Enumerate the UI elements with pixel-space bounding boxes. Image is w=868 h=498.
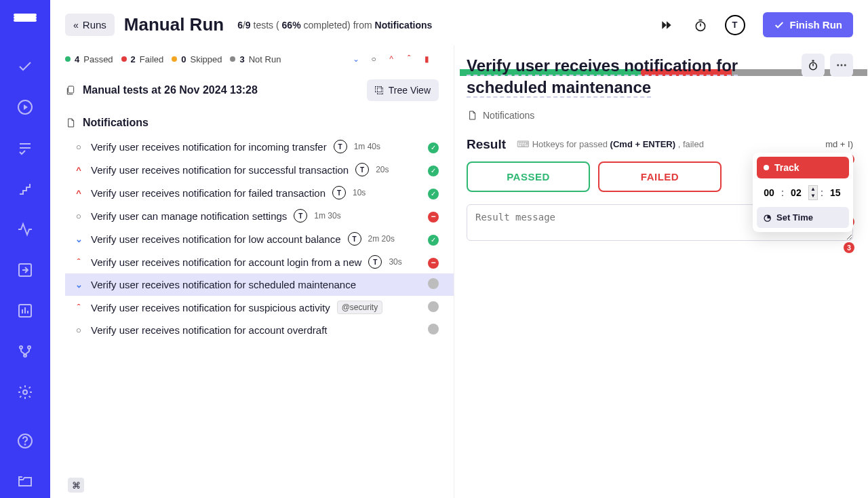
stats-row: 4 Passed 2 Failed 0 Skipped 3 Not Run ⌄ … [65,45,454,74]
detail-actions [802,54,853,77]
test-status-icon [428,140,439,153]
svg-point-22 [837,64,839,66]
brand-outline-icon[interactable]: T [725,15,745,35]
test-row[interactable]: ˆVerify user receives notification for s… [65,296,454,319]
svg-marker-16 [667,21,671,29]
session-name: Manual tests at 26 Nov 2024 13:28 [83,84,258,96]
assignee-icon: T [334,140,347,153]
command-key-hint[interactable]: ⌘ [68,478,84,493]
nav-import-icon[interactable] [16,262,34,278]
test-duration: 2m 20s [368,234,395,244]
assignee-icon: T [348,232,361,246]
page-title: Manual Run [124,14,224,35]
more-menu-button[interactable] [830,54,853,77]
content: 4 Passed 2 Failed 0 Skipped 3 Not Run ⌄ … [50,45,868,498]
timer-icon[interactable] [691,16,710,35]
chevron-left-double-icon: « [73,20,79,31]
svg-point-14 [25,444,26,445]
hotkeys-tail: md + I) [825,139,853,149]
test-row[interactable]: ○Verify user receives notification for a… [65,319,454,341]
assignee-icon: T [294,209,307,223]
filter-down-icon[interactable]: ⌄ [351,54,361,64]
priority-icon: ○ [73,211,84,221]
stopwatch-button[interactable] [802,54,825,77]
svg-marker-1 [24,104,28,110]
filter-bookmark-icon[interactable]: ▮ [421,54,432,64]
sidebar-nav: T [0,0,50,498]
nav-folders-icon[interactable] [16,474,34,490]
svg-marker-15 [662,21,667,29]
test-title: Verify user receives notification for fa… [91,187,326,199]
record-icon [764,165,769,170]
assignee-icon: T [368,255,382,269]
test-row[interactable]: ⌄Verify user receives notification for l… [65,227,454,250]
document-icon [467,109,477,122]
set-time-button[interactable]: ◔ Set Time [757,207,849,228]
test-title: Verify user receives notification for sc… [91,279,356,290]
nav-help-icon[interactable] [16,433,34,449]
step-badge-3: 3 [844,242,854,253]
track-button[interactable]: Track [757,157,849,178]
group-header[interactable]: Notifications [65,109,454,135]
finish-run-button[interactable]: Finish Run [763,12,854,37]
test-title: Verify user receives notification for in… [91,141,327,153]
test-row[interactable]: ˆVerify user receives notification for a… [65,250,454,273]
breadcrumb[interactable]: Notifications [467,109,853,122]
nav-activity-icon[interactable] [16,221,34,237]
test-status-icon [428,256,439,269]
test-title: Verify user receives notification for ac… [91,256,361,268]
test-title: Verify user can manage notification sett… [91,210,287,222]
nav-checklist-icon[interactable] [16,140,34,156]
copy-icon[interactable] [65,83,76,97]
seconds-input[interactable] [826,187,845,198]
assignee-icon: T [332,186,346,199]
nav-play-icon[interactable] [16,99,34,115]
detail-title[interactable]: Verify user receives notification for sc… [467,56,738,98]
tree-icon: ⿻ [375,85,384,96]
minutes-input[interactable] [787,187,806,198]
svg-rect-18 [68,86,74,93]
test-row[interactable]: ⌄Verify user receives notification for s… [65,273,454,296]
test-status-icon [428,301,439,314]
priority-icon: ^ [73,188,84,198]
passed-button[interactable]: PASSED [467,161,590,192]
priority-icon: ⌄ [73,234,84,244]
test-row[interactable]: ^Verify user receives notification for f… [65,181,454,204]
tree-view-button[interactable]: ⿻ Tree View [367,79,439,101]
nav-settings-icon[interactable] [16,384,34,400]
priority-icon: ⌄ [73,280,84,290]
filter-up2-icon[interactable]: ˆ [403,54,414,64]
svg-point-24 [844,64,846,66]
test-title: Verify user receives notification for ac… [91,324,328,336]
priority-icon: ○ [73,142,84,152]
test-duration: 30s [389,257,401,267]
document-icon [65,116,76,130]
test-row[interactable]: ○Verify user can manage notification set… [65,204,454,227]
test-title: Verify user receives notification for su… [91,302,330,313]
test-row[interactable]: ^Verify user receives notification for s… [65,158,454,181]
test-title: Verify user receives notification for lo… [91,233,341,245]
time-tracker-popup: Track : ▲▼ : ◔ Set Time [753,153,853,232]
test-duration: 1m 30s [314,211,340,221]
nav-branch-icon[interactable] [16,343,34,360]
nav-check-icon[interactable] [16,58,34,75]
result-row: Result ⌨ Hotkeys for passed (Cmd + ENTER… [467,137,853,152]
menu-icon[interactable] [14,14,37,22]
test-row[interactable]: ○Verify user receives notification for i… [65,135,454,158]
back-label: Runs [83,19,106,31]
nav-steps-icon[interactable] [16,180,34,197]
tests-list: ○Verify user receives notification for i… [65,135,454,341]
failed-button[interactable]: FAILED [598,161,722,192]
result-label: Result [467,137,506,152]
filter-up1-icon[interactable]: ^ [386,54,397,64]
hours-input[interactable] [760,187,778,198]
back-to-runs-button[interactable]: « Runs [65,14,115,36]
nav-chart-icon[interactable] [16,303,34,319]
hotkeys-hint: ⌨ Hotkeys for passed (Cmd + ENTER) , fai… [517,139,704,149]
svg-point-17 [696,22,705,31]
minutes-spinner[interactable]: ▲▼ [808,185,818,200]
test-tag: @security [337,301,383,314]
clock-icon: ◔ [764,212,771,223]
filter-circle-icon[interactable]: ○ [368,54,379,64]
fast-forward-icon[interactable] [657,16,676,35]
